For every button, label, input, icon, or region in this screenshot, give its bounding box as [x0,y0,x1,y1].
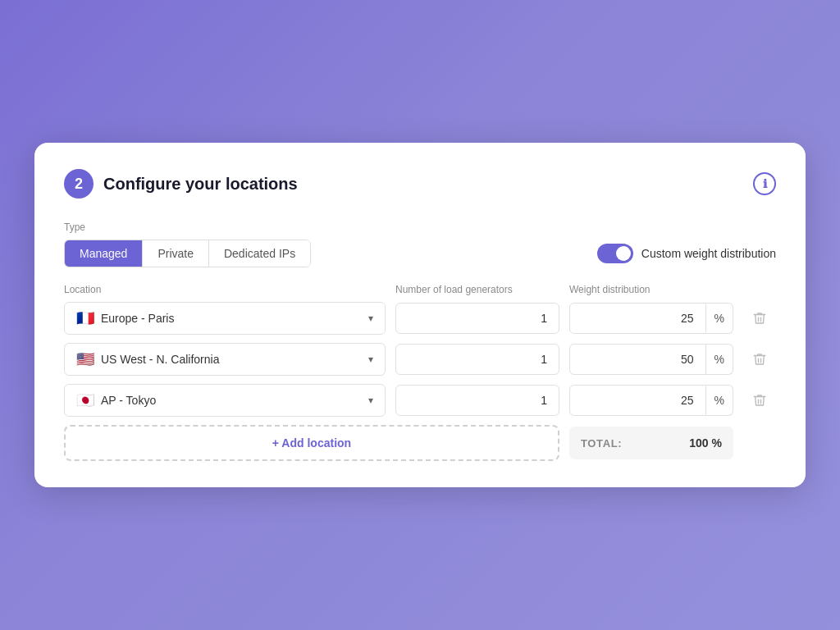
page-title: Configure your locations [103,175,298,194]
card-header: 2 Configure your locations ℹ [64,169,776,199]
total-bar: TOTAL: 100 % [569,427,733,459]
tab-private[interactable]: Private [143,240,209,267]
info-icon[interactable]: ℹ [753,172,776,195]
col-location-label: Location [64,284,386,295]
generators-input-1[interactable] [395,303,559,334]
delete-button-3[interactable] [743,390,776,411]
location-select-2[interactable]: 🇺🇸 US West - N. California ▾ [64,343,386,376]
toggle-track [597,244,633,263]
col-generators-label: Number of load generators [395,284,559,295]
pct-symbol-3: % [706,385,733,416]
weight-input-1[interactable] [569,303,706,334]
generators-input-3[interactable] [395,385,559,416]
type-section: Type Managed Private Dedicated IPs Custo… [64,221,776,267]
weight-cell-2: % [569,344,733,375]
total-label: TOTAL: [581,437,622,450]
toggle-thumb [616,246,631,261]
bottom-area: + Add location TOTAL: 100 % [64,425,776,461]
delete-button-2[interactable] [743,349,776,370]
tab-dedicated-ips[interactable]: Dedicated IPs [209,240,310,267]
add-location-button[interactable]: + Add location [64,425,559,461]
location-label-3: AP - Tokyo [101,394,156,407]
weight-input-2[interactable] [569,344,706,375]
pct-symbol-1: % [706,303,733,334]
custom-weight-toggle[interactable] [597,244,633,263]
location-label-1: Europe - Paris [101,312,174,325]
flag-1: 🇫🇷 [76,311,94,326]
table-row: 🇫🇷 Europe - Paris ▾ % [64,302,776,335]
step-badge: 2 [64,169,94,199]
flag-3: 🇯🇵 [76,393,94,408]
table-header: Location Number of load generators Weigh… [64,284,776,295]
header-left: 2 Configure your locations [64,169,298,199]
location-select-1[interactable]: 🇫🇷 Europe - Paris ▾ [64,302,386,335]
chevron-down-icon-3: ▾ [368,395,373,406]
table-row: 🇯🇵 AP - Tokyo ▾ % [64,384,776,417]
total-value: 100 % [689,436,722,450]
type-row: Managed Private Dedicated IPs Custom wei… [64,240,776,267]
col-weight-label: Weight distribution [569,284,733,295]
location-select-3[interactable]: 🇯🇵 AP - Tokyo ▾ [64,384,386,417]
delete-button-1[interactable] [743,308,776,329]
table-row: 🇺🇸 US West - N. California ▾ % [64,343,776,376]
location-label-2: US West - N. California [101,353,219,366]
toggle-group: Custom weight distribution [597,244,776,263]
weight-cell-3: % [569,385,733,416]
tab-managed[interactable]: Managed [65,240,143,267]
generators-input-2[interactable] [395,344,559,375]
type-label: Type [64,221,776,233]
pct-symbol-2: % [706,344,733,375]
configure-locations-card: 2 Configure your locations ℹ Type Manage… [34,143,806,487]
flag-2: 🇺🇸 [76,352,94,367]
tab-group: Managed Private Dedicated IPs [64,240,311,267]
chevron-down-icon-1: ▾ [368,313,373,324]
weight-cell-1: % [569,303,733,334]
chevron-down-icon-2: ▾ [368,354,373,365]
weight-input-3[interactable] [569,385,706,416]
toggle-label: Custom weight distribution [641,247,776,260]
